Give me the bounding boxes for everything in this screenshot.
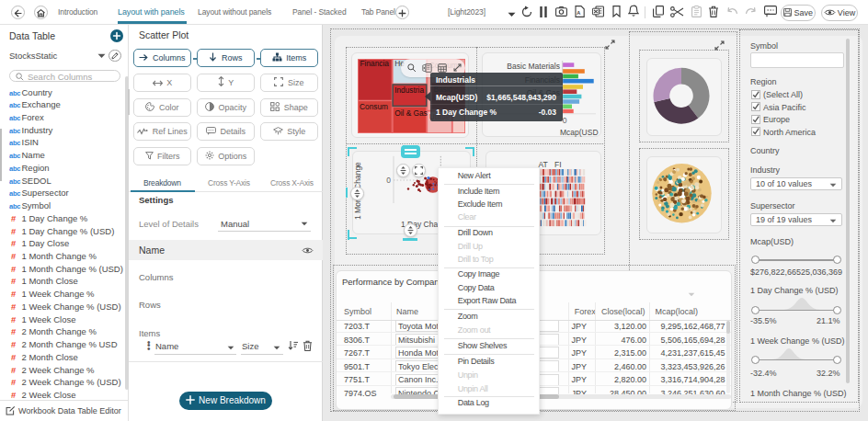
svg-text:Mcap(USD: Mcap(USD xyxy=(560,128,599,137)
svg-text:Consum: Consum xyxy=(360,102,388,111)
svg-text:Financia: Financia xyxy=(360,59,389,68)
svg-text:FI: FI xyxy=(554,160,562,169)
svg-text:Basic Materials: Basic Materials xyxy=(507,62,560,71)
svg-text:0: 0 xyxy=(563,116,567,125)
svg-text:0: 0 xyxy=(386,176,391,185)
svg-text:Oil & Gas: Oil & Gas xyxy=(394,108,428,118)
svg-text:Industria: Industria xyxy=(394,85,424,95)
